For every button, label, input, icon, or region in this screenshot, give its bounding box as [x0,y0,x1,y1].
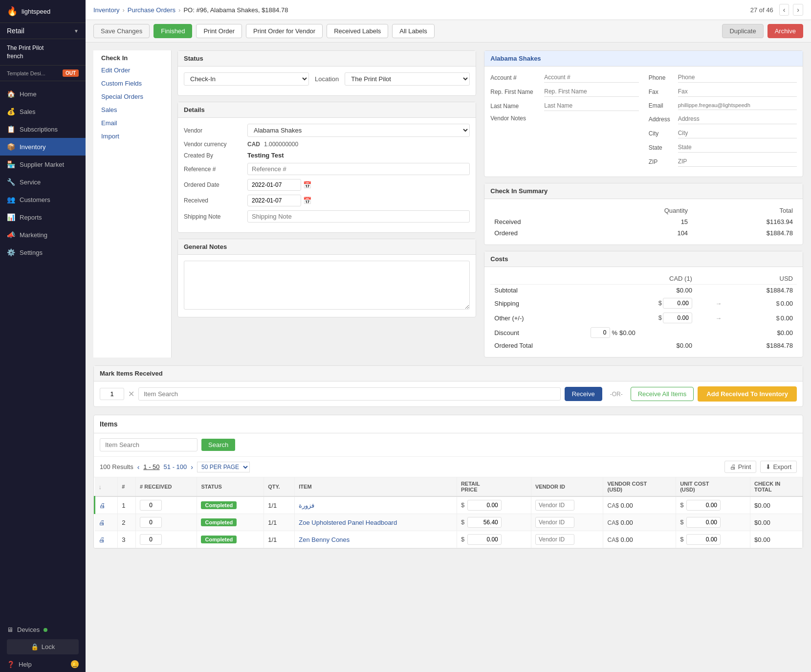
account-input[interactable] [544,72,638,83]
general-notes-body [178,255,476,317]
received-labels-button[interactable]: Received Labels [327,24,388,38]
pagination-next-btn[interactable]: › [793,4,803,16]
retail-dropdown-icon: ▼ [74,28,79,34]
item-link[interactable]: فزورة [299,502,314,509]
sidebar-item-supplier-market[interactable]: 🏪 Supplier Market [0,156,86,173]
checkin-custom-fields[interactable]: Custom Fields [93,77,171,90]
general-notes-textarea[interactable] [184,261,470,310]
receive-button[interactable]: Receive [565,387,602,401]
sidebar-item-marketing[interactable]: 📣 Marketing [0,226,86,244]
breadcrumb-purchase-orders[interactable]: Purchase Orders [128,6,175,14]
items-search-input[interactable] [100,438,197,451]
print-order-vendor-button[interactable]: Print Order for Vendor [246,24,323,38]
rep-first-input[interactable] [544,87,638,97]
city-input[interactable] [678,128,797,138]
duplicate-button[interactable]: Duplicate [722,24,763,38]
item-link[interactable]: Zen Benny Cones [299,536,350,543]
state-input[interactable] [678,142,797,153]
received-date-calendar-icon[interactable]: 📅 [303,197,311,204]
subtotal-cad: $0.00 [587,285,696,296]
retail-price-input[interactable] [467,517,502,528]
shipping-cad-input[interactable] [663,298,692,309]
export-btn[interactable]: ⬇ Export [760,461,797,473]
ordered-date-input[interactable] [247,179,301,191]
unit-cost-input[interactable] [686,534,721,545]
page-range-1[interactable]: 1 - 50 [143,463,159,470]
zip-input[interactable] [678,157,797,167]
settings-icon: ⚙️ [7,248,15,256]
checkin-sales[interactable]: Sales [93,103,171,116]
sidebar-item-home[interactable]: 🏠 Home [0,85,86,103]
lock-button[interactable]: 🔒 Lock [7,639,79,654]
sidebar-item-customers[interactable]: 👥 Customers [0,191,86,208]
row-print-icon[interactable]: 🖨 [99,519,105,526]
supplier-market-icon: 🏪 [7,160,15,168]
ordered-date-calendar-icon[interactable]: 📅 [303,181,311,189]
address-input[interactable] [678,114,797,124]
checkin-edit-order[interactable]: Edit Order [93,64,171,77]
save-changes-button[interactable]: Save Changes [93,24,150,38]
checkin-status-select[interactable]: Check-In [184,72,309,86]
sidebar-item-service[interactable]: 🔧 Service [0,173,86,191]
retail-price-input[interactable] [467,534,502,545]
all-labels-button[interactable]: All Labels [392,24,434,38]
row-print-icon[interactable]: 🖨 [99,502,106,509]
items-search-button[interactable]: Search [201,439,235,451]
checkin-special-orders[interactable]: Special Orders [93,90,171,103]
checkin-import[interactable]: Import [93,130,171,143]
discount-row: Discount % $0.00 $0.00 [490,325,797,340]
receive-all-items-button[interactable]: Receive All Items [631,387,694,401]
location-select[interactable]: The Print Pilot [345,72,470,86]
received-date-input[interactable] [247,195,301,206]
vendor-select[interactable]: Alabama Shakes [247,124,470,137]
vendor-name-link[interactable]: Alabama Shakes [490,55,541,62]
archive-button[interactable]: Archive [767,24,803,38]
shipping-note-input[interactable] [247,210,470,223]
unit-cost-input[interactable] [686,517,721,528]
sidebar-item-settings[interactable]: ⚙️ Settings [0,244,86,261]
retail-selector[interactable]: Retail ▼ [0,23,86,39]
per-page-select[interactable]: 50 PER PAGE [197,462,250,472]
received-qty-input[interactable] [140,534,162,545]
help-row[interactable]: ❓ Help 🔔 [0,656,86,672]
fax-input[interactable] [678,87,797,97]
vendor-cost-val: 0.00 [620,502,633,509]
reference-label: Reference # [184,166,247,173]
template-selector[interactable]: Template Desi... OUT [0,66,86,81]
phone-input[interactable] [678,72,797,83]
sidebar-item-reports[interactable]: 📊 Reports [0,208,86,226]
discount-input[interactable] [591,327,610,338]
prev-page-btn[interactable]: ‹ [137,463,140,471]
next-page-btn[interactable]: › [191,463,193,471]
reference-input[interactable] [247,163,470,175]
sidebar-item-subscriptions[interactable]: 📋 Subscriptions [0,120,86,138]
page-range-2[interactable]: 51 - 100 [164,463,187,470]
breadcrumb-inventory[interactable]: Inventory [93,6,119,14]
received-qty-input[interactable] [140,517,162,528]
retail-price-input[interactable] [467,500,502,511]
last-name-input[interactable] [544,101,638,111]
print-btn[interactable]: 🖨 Print [724,461,757,473]
vendor-id-input[interactable] [535,534,574,545]
unit-cost-input[interactable] [686,500,721,511]
finished-button[interactable]: Finished [153,24,192,38]
print-order-button[interactable]: Print Order [196,24,242,38]
sort-col-header: ↓ [95,477,118,496]
receive-clear-btn[interactable]: ✕ [128,389,134,399]
sidebar-item-sales[interactable]: 💰 Sales [0,103,86,120]
sidebar-item-inventory[interactable]: 📦 Inventory [0,138,86,156]
other-cad-input[interactable] [663,313,692,323]
breadcrumb-sep-1: › [122,6,124,14]
receive-qty-input[interactable] [100,388,124,400]
add-received-inventory-button[interactable]: Add Received To Inventory [698,386,797,402]
email-input[interactable] [678,101,797,110]
row-print-icon[interactable]: 🖨 [99,536,105,543]
checkin-email[interactable]: Email [93,116,171,130]
receive-item-search[interactable] [138,387,561,401]
item-link[interactable]: Zoe Upholstered Panel Headboard [299,519,397,526]
received-qty-input[interactable] [140,500,162,511]
pagination-prev-btn[interactable]: ‹ [779,4,789,16]
vendor-id-input[interactable] [535,517,574,528]
vendor-cost-val: 0.00 [620,536,633,543]
vendor-id-input[interactable] [535,500,574,511]
